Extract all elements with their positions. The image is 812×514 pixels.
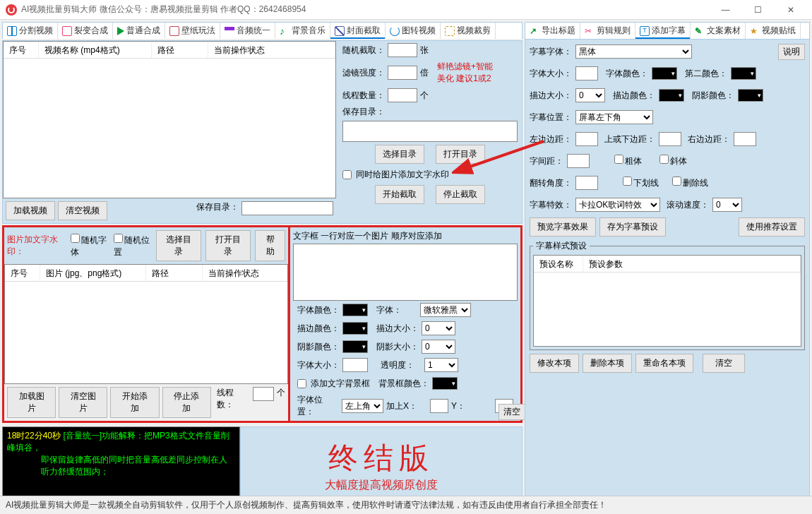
preview-subtitle-button[interactable]: 预览字幕效果 [530, 217, 596, 237]
clear-video-button[interactable]: 清空视频 [58, 201, 107, 220]
add-watermark-checkbox[interactable] [342, 170, 352, 179]
tab-material[interactable]: ✎文案素材 [691, 23, 746, 39]
preset-clear-button[interactable]: 清空 [703, 354, 745, 373]
video-grid[interactable]: 序号 视频名称 (mp4格式) 路径 当前操作状态 [3, 41, 336, 198]
wm-x-input[interactable] [430, 399, 448, 413]
wm-shadow-size[interactable]: 0 [422, 340, 455, 354]
underline-checkbox [623, 177, 632, 186]
tab-audio[interactable]: 音频统一 [220, 23, 275, 39]
col-name: 视频名称 (mp4格式) [39, 42, 152, 58]
doc-icon: ✎ [695, 26, 705, 36]
recommend-button[interactable]: 使用推荐设置 [739, 217, 805, 237]
sub-left-input[interactable] [575, 132, 598, 146]
split-icon [7, 26, 17, 36]
sub-fontcolor[interactable] [652, 67, 677, 80]
wm-choose-dir-button[interactable]: 选择目录 [156, 230, 201, 261]
thread-count-input[interactable] [388, 88, 417, 102]
load-video-button[interactable]: 加载视频 [6, 201, 55, 220]
volume-icon [225, 27, 234, 35]
savedir-label: 保存目录： [196, 201, 239, 220]
wm-bgcolor-picker[interactable] [432, 377, 458, 390]
tab-crack[interactable]: 裂变合成 [58, 23, 113, 39]
wm-shadowcolor-picker[interactable] [342, 340, 368, 353]
wm-open-dir-button[interactable]: 打开目录 [205, 230, 251, 261]
wm-help-button[interactable]: 帮助 [255, 230, 285, 261]
tab-normal[interactable]: 普通合成 [113, 23, 165, 39]
preset-rename-button[interactable]: 重命名本项 [635, 354, 693, 373]
preset-delete-button[interactable]: 删除本项 [583, 354, 632, 373]
sub-fx-select[interactable]: 卡拉OK歌词特效 [575, 198, 660, 212]
cover-savedir-input[interactable] [342, 121, 518, 142]
rand-font-checkbox[interactable] [71, 234, 80, 243]
tab-wallpaper[interactable]: 壁纸玩法 [165, 23, 220, 39]
sub-stroke-size[interactable]: 0 [575, 88, 605, 102]
sub-speed-select[interactable]: 0 [712, 198, 742, 212]
music-icon: ♪ [280, 26, 289, 36]
tab-music[interactable]: ♪背景音乐 [275, 23, 330, 39]
sticker-icon: ★ [750, 26, 760, 36]
right-tabs: ↗导出标题 ✂剪辑规则 T添加字幕 ✎文案素材 ★视频贴纸 [525, 22, 810, 39]
wm-font-select[interactable]: 微软雅黑 [420, 303, 471, 317]
wm-pos-select[interactable]: 左上角 [342, 399, 383, 413]
image-grid[interactable]: 序号 图片 (jpg、png格式) 路径 当前操作状态 [4, 264, 288, 384]
explain-button[interactable]: 说明 [778, 44, 805, 60]
preset-edit-button[interactable]: 修改本项 [530, 354, 579, 373]
wm-thread-input[interactable] [253, 387, 274, 401]
watermark-textbox[interactable] [293, 244, 518, 301]
sub-spacing-input[interactable] [567, 154, 590, 168]
preset-grid[interactable]: 预设名称 预设参数 [533, 255, 801, 347]
start-add-button[interactable]: 开始添加 [110, 387, 159, 418]
col-path: 路径 [152, 42, 208, 58]
choose-dir-button[interactable]: 选择目录 [375, 145, 424, 164]
minimize-button[interactable]: — [710, 0, 741, 20]
sub-topbot-input[interactable] [659, 132, 681, 146]
tab-crop[interactable]: 视频裁剪 [441, 23, 496, 39]
sub-rotate-input[interactable] [575, 176, 598, 190]
bold-checkbox [614, 155, 623, 164]
sub-strokecolor[interactable] [659, 89, 684, 102]
start-capture-button[interactable]: 开始截取 [375, 185, 424, 204]
footer-text: AI视频批量剪辑大师是一款视频全自动剪辑软件，仅用于个人原创视频制作、提高剪辑效… [0, 496, 812, 514]
tab-rules[interactable]: ✂剪辑规则 [580, 23, 635, 39]
tab-subtitle[interactable]: T添加字幕 [635, 23, 691, 39]
strike-checkbox [672, 177, 681, 186]
open-dir-button[interactable]: 打开目录 [436, 145, 485, 164]
save-preset-button[interactable]: 存为字幕预设 [599, 217, 666, 237]
tab-img2vid[interactable]: 图转视频 [386, 23, 441, 39]
export-icon: ↗ [530, 26, 539, 36]
tab-split[interactable]: 分割视频 [3, 23, 58, 39]
wm-bgbox-checkbox[interactable] [297, 379, 306, 388]
tab-sticker[interactable]: ★视频贴纸 [746, 23, 801, 39]
sub-size-input[interactable] [575, 66, 598, 80]
sub-right-input[interactable] [734, 132, 756, 146]
sub-font-select[interactable]: 黑体 [575, 44, 692, 59]
maximize-button[interactable]: ☐ [742, 0, 774, 20]
main-tabs: 分割视频 裂变合成 普通合成 壁纸玩法 音频统一 ♪背景音乐 封面截取 图转视频… [2, 22, 523, 39]
sub-pos-select[interactable]: 屏幕左下角 [575, 110, 653, 124]
rand-pos-checkbox[interactable] [114, 234, 123, 243]
sub-color2[interactable] [731, 67, 756, 80]
load-image-button[interactable]: 加载图片 [7, 387, 56, 418]
wm-stroke-size[interactable]: 0 [422, 321, 455, 335]
wm-strokecolor-picker[interactable] [342, 322, 368, 335]
window-title: AI视频批量剪辑大师 微信公众号：唐易视频批量剪辑 作者QQ：264246895… [21, 4, 306, 16]
stop-add-button[interactable]: 停止添加 [162, 387, 211, 418]
crop-icon [445, 26, 455, 36]
tab-export-title[interactable]: ↗导出标题 [525, 23, 580, 39]
clear-image-button[interactable]: 清空图片 [59, 387, 107, 418]
log-output: 18时22分40秒 [音量统一]功能解释：把MP3格式文件音量削峰填谷， 即保留… [2, 426, 240, 504]
rotate-icon [390, 26, 400, 36]
sub-shadowcolor[interactable] [738, 89, 763, 102]
wm-opacity[interactable]: 1 [424, 358, 458, 372]
wm-fontcolor-picker[interactable] [342, 304, 368, 316]
rand-count-input[interactable] [388, 43, 417, 57]
wm-fontsize-input[interactable] [342, 358, 368, 372]
savedir-input[interactable] [241, 201, 333, 215]
rule-icon: ✂ [585, 26, 595, 36]
preset-fieldset: 字幕样式预设 预设名称 预设参数 [530, 240, 805, 350]
close-button[interactable]: ✕ [775, 0, 806, 20]
tab-cover[interactable]: 封面截取 [330, 23, 386, 39]
filter-input[interactable] [388, 66, 417, 80]
stop-capture-button[interactable]: 停止截取 [436, 185, 485, 204]
log-clear-button[interactable]: 清空 [498, 404, 525, 420]
